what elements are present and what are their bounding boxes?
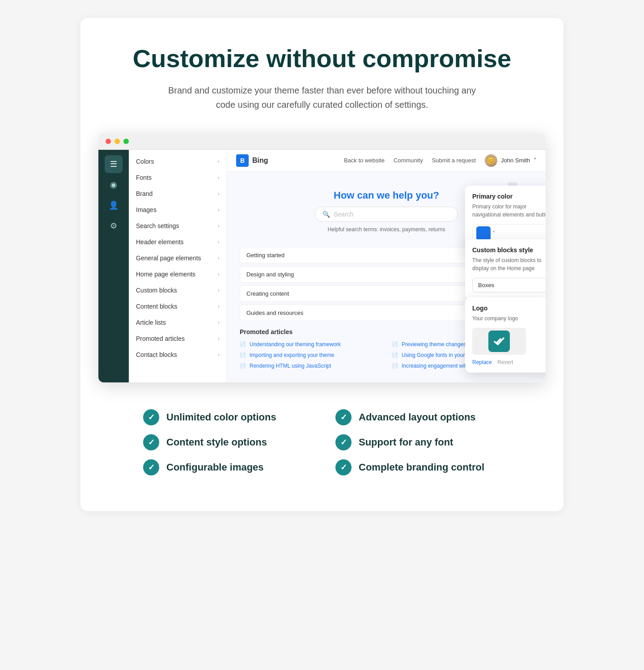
settings-item-header-elements-label: Header elements [136, 238, 184, 246]
category-guides-label: Guides and resources [246, 310, 303, 316]
top-nav: B Bing Back to website Community Submit … [227, 150, 546, 172]
settings-item-custom-blocks-label: Custom blocks [136, 287, 177, 294]
settings-item-fonts[interactable]: Fonts › [129, 170, 227, 186]
chevron-right-icon: › [218, 335, 220, 342]
logo-revert-button[interactable]: Revert [497, 359, 513, 365]
promoted-item-2-label: Rendering HTML using JavaScript [250, 363, 331, 369]
feature-label-1: Advanced layout options [359, 411, 476, 423]
page-wrapper: Customize without compromise Brand and c… [80, 18, 564, 511]
chevron-right-icon: › [218, 239, 220, 245]
check-icon-1: ✓ [340, 412, 347, 422]
settings-item-brand[interactable]: Brand › [129, 186, 227, 202]
settings-item-search-settings-label: Search settings [136, 222, 179, 229]
feature-label-3: Support for any font [359, 437, 453, 448]
settings-item-general-page[interactable]: General page elements › [129, 250, 227, 266]
feature-item-4: ✓ Configurable images [143, 459, 309, 475]
browser-content: ☰ ◉ 👤 ⚙ Colors › Fonts [98, 150, 546, 382]
settings-item-home-page[interactable]: Home page elements › [129, 266, 227, 282]
settings-item-promoted-articles[interactable]: Promoted articles › [129, 331, 227, 347]
logo-replace-button[interactable]: Replace [472, 359, 492, 365]
user-chevron-icon: ˅ [534, 157, 537, 164]
settings-item-content-blocks-label: Content blocks [136, 303, 178, 310]
check-circle-0: ✓ [143, 409, 159, 425]
brand-logo-icon: B [236, 154, 249, 167]
feature-item-5: ✓ Complete branding control [335, 459, 501, 475]
chevron-right-icon: › [218, 191, 220, 197]
settings-item-promoted-articles-label: Promoted articles [136, 335, 185, 342]
doc-icon: 📄 [240, 352, 246, 358]
settings-sidebar: Colors › Fonts › Brand › Images › Search… [129, 150, 227, 382]
close-dot [106, 139, 111, 144]
check-icon-0: ✓ [148, 412, 155, 422]
settings-item-search-settings[interactable]: Search settings › [129, 218, 227, 234]
promoted-item-1-label: Importing and exporting your theme [250, 352, 334, 358]
promoted-item-2[interactable]: 📄 Rendering HTML using JavaScript [240, 361, 381, 370]
blocks-style-selected: Boxes [478, 282, 494, 288]
swatch-chevron-icon: ˅ [492, 230, 495, 237]
settings-item-images[interactable]: Images › [129, 202, 227, 218]
check-circle-1: ✓ [335, 409, 352, 425]
search-bar[interactable]: 🔍 Search [315, 207, 458, 222]
sidebar-users-icon[interactable]: 👤 [105, 196, 123, 214]
top-nav-links: Back to website Community Submit a reque… [344, 154, 537, 167]
feature-label-2: Content style options [166, 437, 267, 448]
nav-link-back[interactable]: Back to website [344, 157, 385, 164]
chevron-right-icon: › [218, 255, 220, 261]
logo-icon-preview [488, 331, 510, 352]
chevron-right-icon: › [218, 303, 220, 310]
user-name: John Smith [501, 157, 530, 164]
chevron-right-icon: › [218, 223, 220, 229]
custom-blocks-card-title: Custom blocks style [472, 246, 546, 254]
minimize-dot [114, 139, 120, 144]
browser-window: ☰ ◉ 👤 ⚙ Colors › Fonts [98, 133, 546, 382]
gear-icon: ⚙ [110, 221, 117, 231]
nav-link-submit[interactable]: Submit a request [432, 157, 476, 164]
settings-item-article-lists-label: Article lists [136, 319, 166, 326]
custom-blocks-card: Custom blocks style The style of custom … [465, 239, 546, 300]
check-circle-5: ✓ [335, 459, 352, 475]
settings-item-content-blocks[interactable]: Content blocks › [129, 298, 227, 314]
settings-item-general-page-label: General page elements [136, 254, 201, 262]
promoted-item-0[interactable]: 📄 Understanding our theming framework [240, 340, 381, 349]
feature-item-3: ✓ Support for any font [335, 434, 501, 450]
chevron-right-icon: › [218, 207, 220, 213]
check-icon-5: ✓ [340, 462, 347, 472]
sidebar-eye-icon[interactable]: ◉ [105, 176, 123, 194]
logo-preview [472, 328, 526, 355]
features-grid: ✓ Unlimited color options ✓ Advanced lay… [143, 409, 501, 475]
check-icon-4: ✓ [148, 462, 155, 472]
chevron-right-icon: › [218, 271, 220, 277]
logo-actions: Replace Revert [472, 359, 546, 365]
settings-item-custom-blocks[interactable]: Custom blocks › [129, 282, 227, 298]
user-badge[interactable]: 😊 John Smith ˅ [485, 154, 537, 167]
settings-item-colors[interactable]: Colors › [129, 153, 227, 170]
blocks-style-select[interactable]: Boxes ˅ [472, 278, 546, 293]
brand-name: Bing [252, 157, 268, 165]
settings-item-fonts-label: Fonts [136, 174, 152, 181]
doc-icon: 📄 [392, 363, 398, 369]
doc-icon: 📄 [392, 352, 398, 358]
feature-item-1: ✓ Advanced layout options [335, 409, 501, 425]
settings-item-contact-blocks[interactable]: Contact blocks › [129, 347, 227, 363]
category-creating-content-label: Creating content [246, 290, 289, 297]
hero-title: Customize without compromise [98, 45, 546, 72]
search-icon: 🔍 [322, 211, 330, 218]
main-content: B Bing Back to website Community Submit … [227, 150, 546, 382]
menu-icon: ☰ [110, 159, 117, 169]
promoted-item-0-label: Understanding our theming framework [250, 341, 341, 348]
custom-blocks-card-desc: The style of custom blocks to display on… [472, 256, 546, 272]
search-placeholder: Search [334, 211, 353, 218]
nav-link-community[interactable]: Community [394, 157, 423, 164]
settings-item-contact-blocks-label: Contact blocks [136, 351, 177, 358]
settings-item-images-label: Images [136, 206, 157, 213]
user-avatar: 😊 [485, 154, 497, 167]
sidebar-gear-icon[interactable]: ⚙ [105, 217, 123, 235]
promoted-item-1[interactable]: 📄 Importing and exporting your theme [240, 351, 381, 360]
settings-item-article-lists[interactable]: Article lists › [129, 314, 227, 331]
settings-item-home-page-label: Home page elements [136, 271, 195, 278]
doc-icon: 📄 [240, 341, 246, 348]
browser-topbar [98, 133, 546, 150]
settings-item-header-elements[interactable]: Header elements › [129, 234, 227, 250]
primary-color-swatch [476, 226, 491, 241]
sidebar-menu-icon[interactable]: ☰ [105, 155, 123, 173]
